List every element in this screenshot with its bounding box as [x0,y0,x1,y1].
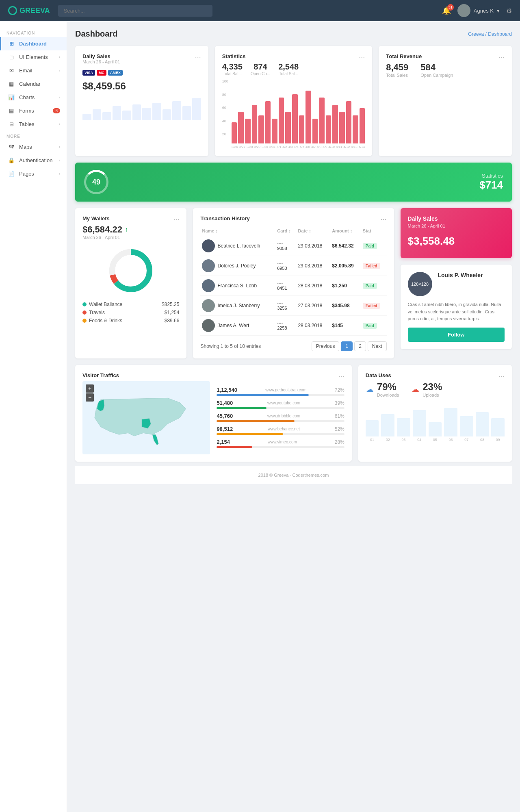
page-title: Dashboard [75,29,117,39]
gear-icon[interactable]: ⚙ [506,7,512,15]
traffic-url: www.getbootstrap.com [265,388,306,392]
person-info: Beatrice L. Iacovelli [217,243,260,249]
chart-bar [292,94,298,143]
x-label: 4/13 [351,145,358,149]
sidebar-item-maps[interactable]: 🗺 Maps › [0,140,67,154]
sidebar-item-dashboard[interactable]: ⊞ Dashboard [0,37,67,50]
traffic-item: 45,760 www.dribbble.com 61% [217,413,344,422]
chevron-right-icon: › [59,145,60,149]
card-num: 6950 [277,266,295,271]
sidebar-label-charts: Charts [19,94,35,100]
pink-title: Daily Sales [408,215,505,222]
search-bar[interactable] [58,5,212,17]
stat-item-2: 874 Open Co... [251,62,270,76]
chart-bar [339,112,345,143]
traffic-pct: 28% [335,439,344,445]
wallet-legend: Wallet Ballance $825.25 Travels $1,254 [82,302,179,323]
spark-bar [172,101,181,120]
green-stats-label: Statistics [479,173,503,179]
user-info[interactable]: Agnes K ▾ [457,4,500,17]
spark-bar [182,106,191,120]
card-dots: •••• [277,281,295,286]
mini-bar [476,412,489,436]
trans-status-cell: Paid [361,316,387,336]
green-stats-card: 49 Statistics $714 [75,163,512,202]
trans-name-cell: Imelda J. Stanberry [200,296,275,316]
x-label: 3/28 [247,145,253,149]
stats-title: Statistics [222,53,246,59]
up-arrow-icon: ↑ [125,226,128,233]
follow-button[interactable]: Follow [408,328,505,342]
trans-title: Transaction History [200,215,249,221]
sidebar-item-email[interactable]: ✉ Email › [0,64,67,77]
sidebar-item-pages[interactable]: 📄 Pages › [0,167,67,180]
mini-bar-label: 08 [476,438,489,442]
legend-item-1: Wallet Ballance $825.25 [82,302,179,307]
mini-bar-label: 01 [366,438,379,442]
header: GREEVA 🔔 31 Agnes K ▾ ⚙ [0,0,520,21]
trans-amount-cell: $2,005.89 [330,256,361,276]
sidebar-item-authentication[interactable]: 🔒 Authentication › [0,154,67,167]
trans-amount-cell: $6,542.32 [330,236,361,256]
wallets-title: My Wallets [82,215,110,221]
traffic-row: 2,154 www.vimeo.com 28% [217,439,344,445]
zoom-in-button[interactable]: + [86,384,94,393]
legend-dot-1 [82,302,87,306]
y-label: 20 [222,132,228,136]
bell-wrap[interactable]: 🔔 31 [442,6,451,15]
sidebar-item-ui-elements[interactable]: ◻ UI Elements › [0,50,67,64]
trans-card-cell: •••• 6950 [275,256,296,276]
download-pct: 79% [377,381,399,393]
progress-bar [217,407,344,409]
zoom-out-button[interactable]: − [86,393,94,402]
pink-subtitle: March 26 - April 01 [408,224,505,228]
trans-date-cell: 29.03.2018 [296,256,330,276]
progress-bar [217,433,344,435]
visa-icon: VISA [82,70,95,76]
x-label: 4/11 [336,145,342,149]
green-stats-val: $714 [479,179,503,191]
trans-menu[interactable]: ··· [381,215,387,223]
chart-bar [346,101,352,143]
statistics-card: Statistics ··· 4,335 Total Sal... 874 Op… [215,46,373,156]
sidebar-item-forms[interactable]: ▤ Forms 6 [0,104,67,117]
daily-sales-menu[interactable]: ··· [195,53,201,61]
trans-card-cell: •••• 9058 [275,236,296,256]
stats-menu[interactable]: ··· [359,53,365,61]
person-info: James A. Wert [217,323,249,328]
legend-item-3: Foods & Drinks $89.66 [82,318,179,323]
mini-bar-label: 09 [491,438,505,442]
traffic-url: www.youtube.com [267,401,300,405]
table-row: Dolores J. Pooley •••• 6950 29.03.2018 $… [200,256,386,276]
progress-fill [217,433,283,435]
mini-bar-label: 07 [460,438,473,442]
traffic-menu[interactable]: ··· [338,372,344,380]
x-label: 4/5 [300,145,304,149]
prev-button[interactable]: Previous [312,341,340,351]
trans-status-cell: Failed [361,296,387,316]
stat-val-3: 2,548 [278,62,299,72]
legend-val-3: $89.66 [165,318,180,323]
stat-item-3: 2,548 Total Sal... [278,62,299,76]
data-uses-menu[interactable]: ··· [498,372,505,380]
x-label: 4/10 [328,145,335,149]
sidebar-item-tables[interactable]: ⊟ Tables › [0,117,67,131]
search-input[interactable] [58,5,212,17]
wallets-menu[interactable]: ··· [173,215,179,223]
sidebar-item-calendar[interactable]: ▦ Calendar [0,77,67,91]
wallet-val: $6,584.22 [82,224,122,235]
page-1-button[interactable]: 1 [341,341,353,351]
sidebar-label-email: Email [19,67,32,74]
sparkline-chart [82,96,201,120]
layout: NAVIGATION ⊞ Dashboard ◻ UI Elements › ✉… [0,21,520,812]
revenue-menu[interactable]: ··· [498,53,505,61]
data-big: ☁ 79% Downloads ☁ 23% Uploads [366,381,505,397]
th-amount: Amount ↕ [330,226,361,236]
amex-icon: AMEX [108,70,123,76]
next-button[interactable]: Next [368,341,387,351]
rev-label-2: Open Campaign [420,73,453,78]
page-2-button[interactable]: 2 [354,341,366,351]
email-icon: ✉ [8,67,15,74]
person-info: Imelda J. Stanberry [217,303,260,308]
sidebar-item-charts[interactable]: 📊 Charts › [0,91,67,104]
